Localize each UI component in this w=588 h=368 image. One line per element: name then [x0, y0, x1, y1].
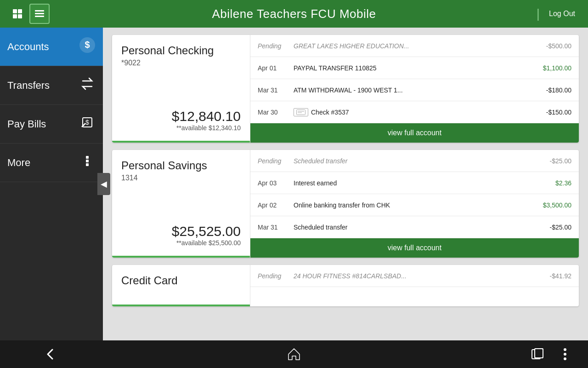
view-full-checking-button[interactable]: view full account [250, 123, 579, 143]
view-full-savings-button[interactable]: view full account [250, 238, 579, 258]
svg-rect-1 [18, 9, 22, 13]
account-card-personal-savings: Personal Savings 1314 $25,525.00 **avail… [112, 150, 579, 258]
tx-amount: $1,100.00 [543, 64, 571, 72]
svg-rect-19 [535, 349, 543, 358]
tx-amount: -$41.92 [550, 272, 571, 280]
checking-account-name: Personal Checking [121, 44, 241, 57]
more-icon [79, 153, 96, 172]
savings-account-number: 1314 [121, 174, 241, 182]
svg-rect-6 [35, 16, 44, 17]
table-row: Mar 31 ATM WITHDRAWAL - 1900 WEST 1... -… [250, 79, 579, 101]
checking-transactions: Pending GREAT LAKES HIGHER EDUCATION... … [250, 35, 579, 123]
table-row: Mar 31 Scheduled transfer -$25.00 [250, 216, 579, 238]
tx-amount: -$25.00 [550, 157, 571, 165]
tx-date: Apr 02 [258, 201, 290, 209]
svg-point-21 [564, 348, 566, 351]
tx-desc: 24 HOUR FITNESS #814CARLSBAD... [290, 272, 550, 280]
paybills-icon: $ [79, 114, 96, 134]
tx-date: Mar 31 [258, 224, 290, 231]
more-label: More [7, 157, 30, 169]
sidebar-item-more[interactable]: More [0, 144, 103, 182]
tx-date: Pending [258, 272, 290, 280]
account-right-checking: Pending GREAT LAKES HIGHER EDUCATION... … [250, 35, 579, 143]
tx-desc: Check #3537 [290, 108, 546, 116]
svg-rect-3 [18, 14, 22, 18]
table-row: Apr 01 PAYPAL TRANSFER 110825 $1,100.00 [250, 57, 579, 79]
tx-amount: $2.36 [555, 179, 571, 187]
savings-available: **available $25,500.00 [121, 239, 241, 247]
tx-amount: $3,500.00 [543, 201, 571, 209]
svg-rect-5 [35, 13, 44, 14]
tx-desc: ATM WITHDRAWAL - 1900 WEST 1... [290, 86, 546, 94]
tx-date: Pending [258, 42, 290, 50]
home-button[interactable] [280, 340, 308, 368]
checking-account-number: *9022 [121, 59, 241, 67]
savings-account-name: Personal Savings [121, 159, 241, 172]
svg-rect-0 [13, 9, 17, 13]
tx-desc: GREAT LAKES HIGHER EDUCATION... [290, 42, 546, 50]
svg-rect-13 [86, 160, 89, 162]
svg-point-23 [564, 357, 566, 360]
table-row: Pending Scheduled transfer -$25.00 [250, 150, 579, 172]
recent-apps-button[interactable] [524, 340, 551, 368]
tx-amount: -$500.00 [546, 42, 571, 50]
svg-rect-15 [297, 109, 305, 115]
sidebar-item-pay-bills[interactable]: Pay Bills $ [0, 105, 103, 144]
tx-date: Apr 01 [258, 64, 290, 72]
tx-desc: Scheduled transfer [290, 157, 550, 165]
tx-date: Pending [258, 157, 290, 165]
top-bar: Abilene Teachers FCU Mobile | Log Out [0, 0, 588, 28]
sidebar-item-accounts[interactable]: Accounts $ [0, 28, 103, 66]
logout-button[interactable]: Log Out [543, 6, 581, 22]
dollar-icon: $ [79, 37, 96, 57]
app-title: Abilene Teachers FCU Mobile [81, 7, 507, 21]
list-view-button[interactable] [29, 4, 50, 24]
checking-balance: $12,840.10 [121, 109, 241, 124]
svg-rect-12 [86, 156, 89, 159]
account-card-credit-card: Credit Card Pending 24 HOUR FITNESS #814… [112, 265, 579, 306]
overflow-menu-button[interactable] [551, 340, 579, 368]
pay-bills-label: Pay Bills [7, 118, 46, 130]
tx-amount: -$150.00 [546, 109, 571, 116]
account-card-personal-checking: Personal Checking *9022 $12,840.10 **ava… [112, 35, 579, 143]
main-layout: Accounts $ Transfers Pay Bills [0, 28, 588, 340]
transfer-icon [79, 75, 96, 95]
account-left-savings: Personal Savings 1314 $25,525.00 **avail… [112, 150, 250, 258]
bottom-nav-bar [0, 340, 588, 368]
table-row: Pending GREAT LAKES HIGHER EDUCATION... … [250, 35, 579, 57]
savings-transactions: Pending Scheduled transfer -$25.00 Apr 0… [250, 150, 579, 238]
content-area: Personal Checking *9022 $12,840.10 **ava… [103, 28, 588, 340]
sidebar-item-transfers[interactable]: Transfers [0, 66, 103, 105]
tx-date: Mar 31 [258, 86, 290, 94]
table-row: Pending 24 HOUR FITNESS #814CARLSBAD... … [250, 265, 579, 287]
table-row: Apr 03 Interest earned $2.36 [250, 172, 579, 194]
account-left-credit: Credit Card [112, 265, 250, 306]
back-button[interactable] [37, 340, 64, 368]
tx-amount: -$25.00 [550, 224, 571, 231]
transfers-label: Transfers [7, 80, 50, 92]
svg-rect-2 [13, 14, 17, 18]
svg-rect-4 [35, 10, 44, 12]
tx-desc: Online banking transfer from CHK [290, 201, 543, 209]
check-icon [294, 108, 308, 116]
checking-available: **available $12,340.10 [121, 124, 241, 132]
tx-date: Apr 03 [258, 179, 290, 187]
tx-desc: Scheduled transfer [290, 224, 550, 231]
tx-date: Mar 30 [258, 109, 290, 116]
table-row: Apr 02 Online banking transfer from CHK … [250, 194, 579, 216]
tx-amount: -$180.00 [546, 86, 571, 94]
credit-account-name: Credit Card [121, 274, 241, 287]
table-row: Mar 30 Check #3537 -$150.00 [250, 101, 579, 123]
grid-view-button[interactable] [7, 4, 28, 24]
savings-balance: $25,525.00 [121, 224, 241, 239]
svg-text:$: $ [85, 40, 90, 50]
tx-desc: PAYPAL TRANSFER 110825 [290, 64, 543, 72]
accounts-label: Accounts [7, 41, 49, 53]
account-right-savings: Pending Scheduled transfer -$25.00 Apr 0… [250, 150, 579, 258]
account-right-credit: Pending 24 HOUR FITNESS #814CARLSBAD... … [250, 265, 579, 306]
account-left-checking: Personal Checking *9022 $12,840.10 **ava… [112, 35, 250, 143]
svg-rect-14 [86, 163, 89, 166]
tx-desc: Interest earned [290, 179, 555, 187]
sidebar-collapse-button[interactable]: ◀ [97, 173, 110, 195]
svg-text:$: $ [85, 119, 89, 126]
